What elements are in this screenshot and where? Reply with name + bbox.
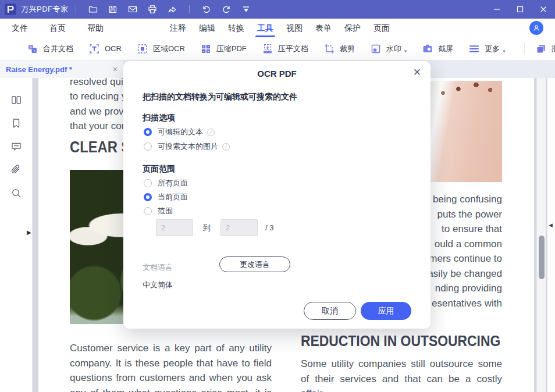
maximize-button[interactable] bbox=[508, 0, 532, 19]
chevron-down-icon[interactable]: ▾ bbox=[503, 48, 506, 54]
range-to-input[interactable] bbox=[220, 219, 258, 236]
menu-convert[interactable]: 转换 bbox=[228, 19, 244, 37]
range-from-input[interactable] bbox=[156, 219, 193, 236]
email-icon[interactable] bbox=[125, 2, 140, 17]
menu-help[interactable]: 帮助 bbox=[87, 19, 104, 37]
document-language-label: 文档语言 bbox=[143, 262, 173, 273]
print-icon[interactable] bbox=[145, 2, 160, 17]
menu-form[interactable]: 表单 bbox=[315, 19, 332, 37]
radio-selected-icon bbox=[144, 128, 152, 136]
comments-panel-button[interactable] bbox=[0, 135, 33, 158]
radio-unselected-icon bbox=[144, 142, 152, 151]
undo-icon[interactable] bbox=[199, 2, 214, 17]
ocr-icon bbox=[88, 43, 100, 55]
screenshot-button[interactable]: 截屏 bbox=[422, 43, 453, 55]
ocr-button[interactable]: OCR bbox=[88, 43, 122, 55]
radio-unselected-icon bbox=[144, 207, 152, 215]
search-panel-button[interactable] bbox=[0, 181, 33, 205]
open-file-icon[interactable] bbox=[86, 2, 101, 17]
menu-edit[interactable]: 编辑 bbox=[199, 19, 215, 37]
menubar: 文件 首页 帮助 注释 编辑 转换 工具 视图 表单 保护 页面 bbox=[0, 19, 555, 37]
radio-selected-icon bbox=[144, 193, 152, 201]
more-icon bbox=[468, 43, 480, 55]
radio-searchable-image[interactable]: 可搜索文本的图片 i bbox=[144, 141, 230, 152]
document-tab[interactable]: Raise Energy.pdf * × bbox=[0, 60, 123, 78]
merge-documents-button[interactable]: 合并文档 bbox=[27, 43, 73, 55]
doc-paragraph-line: of their services and that can be a cost… bbox=[301, 372, 502, 392]
flatten-document-button[interactable]: 压平文档 bbox=[262, 43, 308, 55]
customize-toolbar-icon[interactable] bbox=[239, 2, 254, 17]
menu-file[interactable]: 文件 bbox=[12, 19, 28, 37]
bookmarks-panel-button[interactable] bbox=[0, 112, 33, 135]
chevron-down-icon[interactable]: ▾ bbox=[404, 48, 407, 54]
tools-toolbar: 合并文档 OCR 区域OCR 压缩PDF 压平文档 裁剪 水印 ▾ bbox=[0, 37, 555, 60]
screenshot-icon bbox=[422, 43, 433, 55]
dialog-subtitle: 把扫描的文档转换为可编辑或可搜索的文件 bbox=[143, 92, 297, 102]
range-to-label: 到 bbox=[203, 223, 211, 233]
attachments-panel-button[interactable] bbox=[0, 158, 33, 181]
change-language-button[interactable]: 更改语言 bbox=[219, 256, 290, 272]
menu-page[interactable]: 页面 bbox=[373, 19, 390, 37]
flatten-document-icon bbox=[262, 43, 273, 55]
close-button[interactable] bbox=[532, 0, 555, 19]
share-icon[interactable] bbox=[165, 2, 180, 17]
apply-button[interactable]: 应用 bbox=[361, 302, 411, 320]
menu-tools[interactable]: 工具 bbox=[257, 19, 273, 37]
doc-paragraph-line: any of them what questions arise most, i… bbox=[70, 386, 272, 392]
menu-protect[interactable]: 保护 bbox=[344, 19, 361, 37]
left-sidebar: ▶ bbox=[0, 78, 33, 392]
info-icon[interactable]: i bbox=[222, 143, 230, 151]
menu-home[interactable]: 首页 bbox=[49, 19, 66, 37]
search-icon bbox=[10, 187, 22, 199]
area-ocr-icon bbox=[137, 43, 148, 55]
cancel-button[interactable]: 取消 bbox=[304, 302, 356, 320]
radio-all-pages[interactable]: 所有页面 bbox=[144, 178, 188, 188]
doc-heading-outsourcing: REDUCTION IN OUTSOURCING bbox=[301, 332, 500, 350]
save-icon[interactable] bbox=[105, 2, 120, 17]
thumbnails-panel-button[interactable] bbox=[0, 88, 33, 112]
area-ocr-button[interactable]: 区域OCR bbox=[137, 43, 185, 55]
info-icon[interactable]: i bbox=[207, 129, 215, 136]
more-tools-button[interactable]: 更多 ▾ bbox=[468, 43, 506, 55]
crop-button[interactable]: 裁剪 bbox=[323, 43, 355, 55]
doc-paragraph-line: company. It is these people that have to… bbox=[70, 356, 272, 371]
sidebar-expand-icon[interactable]: ▶ bbox=[27, 229, 31, 236]
tab-close-icon[interactable]: × bbox=[113, 65, 118, 73]
app-window: 万兴PDF专家 bbox=[0, 0, 555, 392]
crop-icon bbox=[323, 43, 335, 55]
menu-view[interactable]: 视图 bbox=[286, 19, 303, 37]
comment-icon bbox=[10, 141, 22, 152]
scrollbar-thumb[interactable] bbox=[539, 236, 545, 279]
radio-range[interactable]: 范围 bbox=[144, 206, 173, 216]
thumbnails-icon bbox=[10, 94, 22, 106]
redo-icon[interactable] bbox=[219, 2, 234, 17]
radio-editable-text[interactable]: 可编辑的文本 i bbox=[144, 127, 215, 137]
tab-title: Raise Energy.pdf * bbox=[6, 65, 109, 74]
radio-current-page[interactable]: 当前页面 bbox=[144, 192, 188, 202]
minimize-button[interactable] bbox=[485, 0, 508, 19]
compress-pdf-icon bbox=[200, 43, 212, 55]
merge-documents-icon bbox=[27, 43, 38, 55]
radio-unselected-icon bbox=[144, 179, 152, 187]
scan-options-label: 扫描选项 bbox=[143, 113, 175, 123]
vertical-scrollbar[interactable] bbox=[536, 78, 546, 392]
batch-process-icon bbox=[535, 43, 547, 55]
range-row: 到 / 3 bbox=[156, 219, 273, 236]
ocr-dialog: OCR PDF ✕ 把扫描的文档转换为可编辑或可搜索的文件 扫描选项 可编辑的文… bbox=[123, 61, 431, 329]
divider bbox=[524, 43, 525, 55]
dialog-close-icon[interactable]: ✕ bbox=[413, 67, 421, 77]
compress-pdf-button[interactable]: 压缩PDF bbox=[200, 43, 247, 55]
menu-comment[interactable]: 注释 bbox=[170, 19, 186, 37]
panel-collapse-icon[interactable]: ◀ bbox=[549, 222, 553, 228]
doc-paragraph-line: questions from customers and when you as… bbox=[70, 370, 272, 386]
divider bbox=[76, 5, 76, 13]
user-avatar[interactable] bbox=[529, 21, 543, 35]
current-language: 中文简体 bbox=[143, 280, 173, 290]
watermark-button[interactable]: 水印 ▾ bbox=[370, 43, 407, 55]
doc-paragraph-line: Some utility companies still outsource s… bbox=[301, 357, 502, 372]
page-range-label: 页面范围 bbox=[143, 164, 175, 174]
batch-process-button[interactable]: 批量处理 bbox=[521, 43, 555, 55]
watermark-icon bbox=[370, 43, 382, 55]
page-total-label: / 3 bbox=[265, 223, 273, 232]
divider bbox=[189, 5, 190, 13]
